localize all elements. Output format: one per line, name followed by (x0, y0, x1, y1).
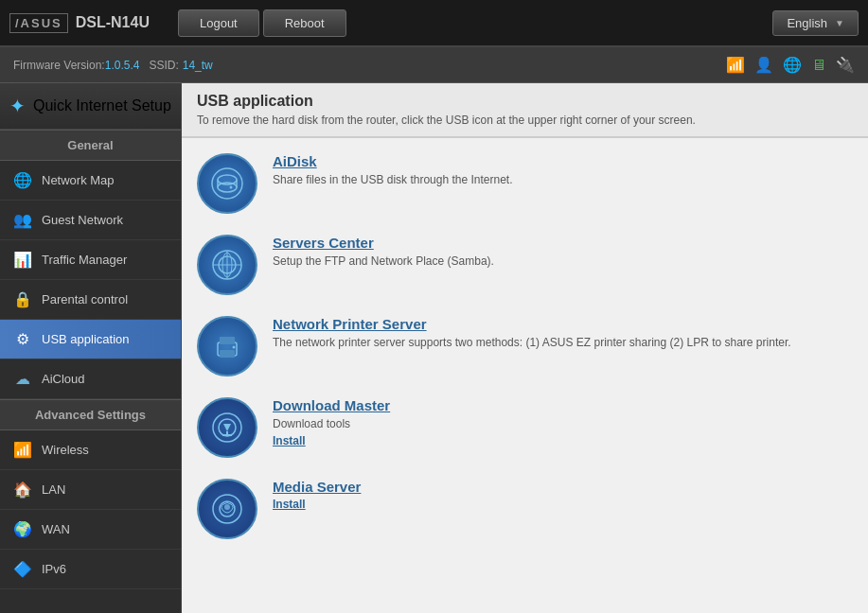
usb-icon[interactable]: 🔌 (836, 56, 855, 74)
download-icon-circle (197, 397, 257, 458)
sidebar-item-parental-control[interactable]: 🔒 Parental control (0, 280, 181, 320)
content-header: USB application To remove the hard disk … (182, 83, 868, 138)
printer-desc: The network printer server supports two … (273, 335, 853, 351)
svg-point-5 (230, 186, 233, 189)
ssid-label: SSID: (149, 59, 178, 72)
media-icon-circle (197, 479, 257, 539)
top-buttons: Logout Reboot (178, 9, 346, 37)
wifi-icon: 📶 (726, 56, 745, 74)
quick-setup-icon: ✦ (9, 95, 26, 117)
app-aidisk: AiDisk Share files in the USB disk throu… (197, 153, 853, 214)
guest-network-label: Guest Network (42, 213, 123, 227)
app-media-server: Media Server Install (197, 479, 853, 539)
servers-info: Servers Center Setup the FTP and Network… (273, 235, 853, 270)
page-title: USB application (197, 93, 853, 110)
language-label: English (787, 16, 827, 30)
sidebar-item-ipv6[interactable]: 🔷 IPv6 (0, 550, 181, 589)
servers-title[interactable]: Servers Center (273, 235, 853, 251)
model-name: DSL-N14U (76, 14, 150, 31)
download-master-install-link[interactable]: Install (273, 434, 853, 447)
network-map-icon: 🌐 (13, 171, 32, 189)
status-icons: 📶 👤 🌐 🖥 🔌 (726, 56, 855, 74)
media-server-title[interactable]: Media Server (273, 479, 853, 495)
parental-control-label: Parental control (42, 292, 128, 306)
sidebar-item-traffic-manager[interactable]: 📊 Traffic Manager (0, 240, 181, 280)
globe-icon: 🌐 (783, 56, 802, 74)
logout-button[interactable]: Logout (178, 9, 259, 37)
firmware-version-label: Firmware Version: (13, 59, 105, 72)
traffic-manager-label: Traffic Manager (42, 253, 127, 267)
svg-rect-13 (220, 350, 235, 358)
sidebar-item-aicloud[interactable]: ☁ AiCloud (0, 359, 181, 399)
wan-label: WAN (42, 522, 70, 536)
firmware-bar: Firmware Version: 1.0.5.4 SSID: 14_tw 📶 … (0, 47, 868, 83)
content-area: USB application To remove the hard disk … (182, 83, 868, 613)
download-master-info: Download Master Download tools Install (273, 397, 853, 447)
aidisk-icon (210, 166, 244, 201)
wireless-icon: 📶 (13, 441, 32, 459)
sidebar-item-network-map[interactable]: 🌐 Network Map (0, 161, 181, 201)
wireless-label: Wireless (42, 443, 89, 457)
svg-point-14 (233, 346, 236, 349)
download-master-title[interactable]: Download Master (273, 397, 853, 413)
reboot-button[interactable]: Reboot (263, 9, 346, 37)
printer-icon-circle (197, 316, 257, 377)
servers-icon (210, 248, 244, 282)
sidebar-item-wan[interactable]: 🌍 WAN (0, 510, 181, 550)
media-server-icon (210, 492, 244, 526)
main-layout: ✦ Quick Internet Setup General 🌐 Network… (0, 83, 868, 613)
ssid-value: 14_tw (183, 59, 213, 72)
svg-marker-17 (223, 424, 231, 431)
servers-icon-circle (197, 235, 257, 295)
logo-area: /ASUS DSL-N14U (9, 13, 150, 33)
aidisk-info: AiDisk Share files in the USB disk throu… (273, 153, 853, 188)
screen-icon: 🖥 (811, 57, 826, 74)
general-section-title: General (0, 130, 181, 161)
download-icon (210, 411, 244, 445)
printer-title[interactable]: Network Printer Server (273, 316, 853, 332)
top-bar: /ASUS DSL-N14U Logout Reboot English ▼ (0, 0, 868, 47)
sidebar-item-lan[interactable]: 🏠 LAN (0, 470, 181, 510)
firmware-version-link[interactable]: 1.0.5.4 (105, 59, 140, 72)
lan-label: LAN (42, 482, 65, 497)
usb-application-icon: ⚙ (13, 330, 32, 348)
aidisk-desc: Share files in the USB disk through the … (273, 172, 853, 188)
parental-control-icon: 🔒 (13, 290, 32, 308)
advanced-section-title: Advanced Settings (0, 399, 181, 430)
sidebar-item-guest-network[interactable]: 👥 Guest Network (0, 201, 181, 240)
usb-application-label: USB application (42, 332, 130, 346)
app-servers-center: Servers Center Setup the FTP and Network… (197, 235, 853, 295)
network-map-label: Network Map (42, 173, 115, 187)
aidisk-title[interactable]: AiDisk (273, 153, 853, 169)
ipv6-icon: 🔷 (13, 560, 32, 578)
download-master-desc: Download tools (273, 416, 853, 432)
user-icon: 👤 (754, 56, 773, 74)
content-body: AiDisk Share files in the USB disk throu… (182, 138, 868, 575)
servers-desc: Setup the FTP and Network Place (Samba). (273, 254, 853, 270)
sidebar-item-wireless[interactable]: 📶 Wireless (0, 430, 181, 470)
language-selector[interactable]: English ▼ (772, 10, 859, 36)
quick-setup-label: Quick Internet Setup (33, 97, 171, 114)
aicloud-icon: ☁ (13, 370, 32, 388)
ipv6-label: IPv6 (42, 562, 66, 576)
page-description: To remove the hard disk from the router,… (197, 114, 853, 127)
media-server-info: Media Server Install (273, 479, 853, 511)
printer-info: Network Printer Server The network print… (273, 316, 853, 351)
asus-logo: /ASUS (9, 13, 68, 33)
traffic-manager-icon: 📊 (13, 251, 32, 269)
quick-internet-setup[interactable]: ✦ Quick Internet Setup (0, 83, 181, 130)
printer-icon (210, 329, 244, 363)
guest-network-icon: 👥 (13, 211, 32, 229)
lan-icon: 🏠 (13, 481, 32, 499)
svg-point-22 (224, 504, 230, 510)
sidebar-item-usb-application[interactable]: ⚙ USB application (0, 320, 181, 359)
chevron-down-icon: ▼ (835, 18, 844, 28)
aicloud-label: AiCloud (42, 372, 85, 386)
wan-icon: 🌍 (13, 520, 32, 538)
media-server-install-link[interactable]: Install (273, 498, 853, 511)
app-printer: Network Printer Server The network print… (197, 316, 853, 377)
app-download-master: Download Master Download tools Install (197, 397, 853, 458)
svg-rect-12 (220, 337, 235, 344)
svg-point-0 (212, 168, 242, 199)
sidebar: ✦ Quick Internet Setup General 🌐 Network… (0, 83, 182, 613)
